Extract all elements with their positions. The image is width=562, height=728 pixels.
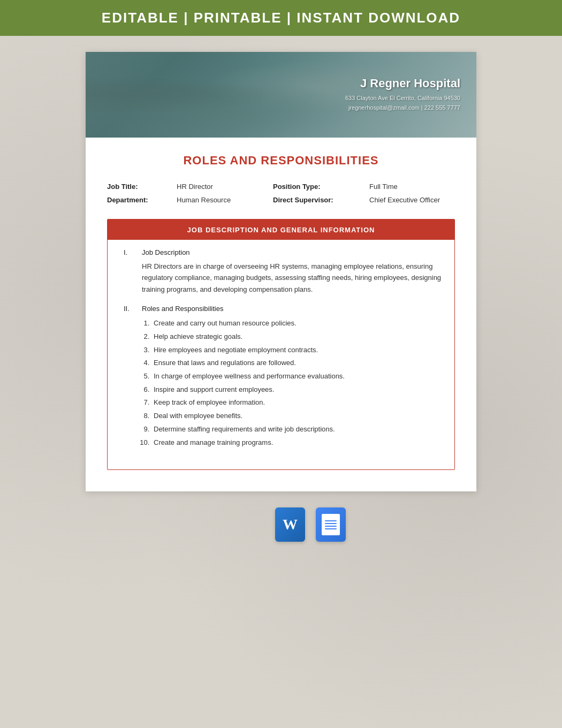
section-2-title: Roles and Responsibilities	[142, 305, 223, 313]
hospital-address: 633 Clayton Ave El Cerrito, California 9…	[345, 94, 460, 112]
list-item: In charge of employee wellness and perfo…	[151, 370, 444, 383]
jd-header: JOB DESCRIPTION AND GENERAL INFORMATION	[108, 219, 454, 240]
word-icon[interactable]	[275, 507, 305, 542]
job-description-box: JOB DESCRIPTION AND GENERAL INFORMATION …	[107, 219, 455, 470]
job-title-label: Job Title:	[107, 183, 177, 191]
doc-line-1	[325, 520, 337, 521]
position-type-value: Full Time	[369, 183, 466, 191]
jd-roman-2: II. Roles and Responsibilities	[124, 305, 444, 313]
top-banner: EDITABLE | PRINTABLE | INSTANT DOWNLOAD	[0, 0, 562, 36]
jd-section-1: I. Job Description HR Directors are in c…	[124, 248, 444, 295]
section-1-num: I.	[124, 248, 134, 256]
position-type-label: Position Type:	[273, 183, 369, 191]
banner-text: EDITABLE | PRINTABLE | INSTANT DOWNLOAD	[102, 10, 460, 26]
jd-header-text: JOB DESCRIPTION AND GENERAL INFORMATION	[187, 226, 375, 234]
hospital-name: J Regner Hospital	[345, 77, 460, 90]
list-item: Hire employees and negotiate employment …	[151, 344, 444, 357]
jd-section-2: II. Roles and Responsibilities Create an…	[124, 305, 444, 449]
doc-line-3	[325, 526, 337, 527]
hospital-header: J Regner Hospital 633 Clayton Ave El Cer…	[86, 52, 476, 138]
docs-icon[interactable]	[316, 507, 346, 542]
department-value: Human Resource	[177, 196, 273, 204]
list-item: Create and carry out human resource poli…	[151, 317, 444, 330]
list-item: Deal with employee benefits.	[151, 410, 444, 423]
jd-roman-1: I. Job Description	[124, 248, 444, 256]
section-1-title: Job Description	[142, 248, 190, 256]
list-item: Determine staffing requirements and writ…	[151, 423, 444, 436]
jd-content: I. Job Description HR Directors are in c…	[108, 240, 454, 469]
list-item: Ensure that laws and regulations are fol…	[151, 357, 444, 370]
page-title: ROLES AND RESPONSIBILITIES	[107, 154, 455, 168]
department-label: Department:	[107, 196, 177, 204]
list-item: Help achieve strategic goals.	[151, 330, 444, 344]
responsibilities-list: Create and carry out human resource poli…	[142, 317, 444, 449]
footer-icons	[216, 491, 346, 552]
document-container: J Regner Hospital 633 Clayton Ave El Cer…	[86, 52, 476, 491]
list-item: Inspire and support current employees.	[151, 383, 444, 397]
info-grid: Job Title: HR Director Position Type: Fu…	[107, 183, 455, 204]
direct-supervisor-value: Chief Executive Officer	[369, 196, 466, 204]
section-2-num: II.	[124, 305, 134, 313]
document-body: ROLES AND RESPONSIBILITIES Job Title: HR…	[86, 138, 476, 491]
job-title-value: HR Director	[177, 183, 273, 191]
section-1-text: HR Directors are in charge of overseeing…	[142, 261, 444, 295]
list-item: Keep track of employee information.	[151, 396, 444, 410]
docs-icon-inner	[322, 514, 340, 535]
direct-supervisor-label: Direct Supervisor:	[273, 196, 369, 204]
doc-line-2	[325, 523, 337, 524]
list-item: Create and manage training programs.	[151, 436, 444, 450]
hospital-info: J Regner Hospital 633 Clayton Ave El Cer…	[345, 77, 460, 112]
doc-line-4	[325, 528, 337, 529]
